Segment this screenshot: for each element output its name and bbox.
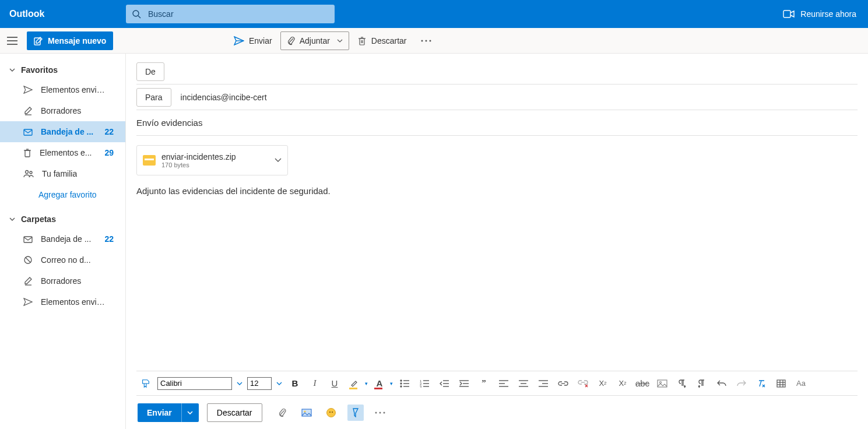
chevron-down-icon[interactable] xyxy=(236,382,244,385)
picture-icon[interactable] xyxy=(298,405,315,421)
to-button[interactable]: Para xyxy=(136,88,171,107)
sidebar-item[interactable]: Elementos envia... xyxy=(0,291,125,312)
message-body[interactable]: Adjunto las evidencias del incidente de … xyxy=(136,180,858,202)
svg-rect-2 xyxy=(783,10,790,17)
subscript-button[interactable]: X2 xyxy=(614,375,631,392)
svg-point-29 xyxy=(400,383,402,384)
subject-row[interactable]: Envío evidencias xyxy=(136,110,858,136)
sidebar-item-label: Elementos envia... xyxy=(41,297,105,307)
svg-point-21 xyxy=(26,171,29,174)
attachment-name: enviar-incidentes.zip xyxy=(161,152,269,161)
font-color-button[interactable]: A xyxy=(371,375,388,392)
sidebar-item-label: Borradores xyxy=(41,276,81,286)
drafts-icon xyxy=(23,106,33,115)
svg-point-22 xyxy=(30,171,32,174)
superscript-button[interactable]: X2 xyxy=(595,375,611,392)
italic-button[interactable]: I xyxy=(307,375,323,392)
favorites-header[interactable]: Favoritos xyxy=(0,64,125,79)
remove-link-button[interactable] xyxy=(575,375,591,392)
attach-button[interactable]: Adjuntar xyxy=(280,31,349,50)
bullet-list-button[interactable] xyxy=(396,375,413,392)
sidebar-item[interactable]: Borradores xyxy=(0,100,125,121)
chevron-down-icon[interactable] xyxy=(275,158,282,163)
video-icon xyxy=(783,10,795,18)
sidebar-item[interactable]: Tu familia xyxy=(0,163,125,184)
send-button[interactable]: Enviar xyxy=(138,403,181,422)
folders-label: Carpetas xyxy=(21,214,56,224)
hamburger-icon[interactable] xyxy=(7,37,17,45)
meet-now-button[interactable]: Reunirse ahora xyxy=(783,9,863,19)
attachment-chip[interactable]: enviar-incidentes.zip 170 bytes xyxy=(136,145,288,175)
send-button-top[interactable]: Enviar xyxy=(228,31,278,50)
underline-button[interactable]: U xyxy=(326,375,343,392)
sidebar-item[interactable]: Borradores xyxy=(0,270,125,291)
sidebar-item-count: 22 xyxy=(104,127,117,136)
font-name-select[interactable] xyxy=(157,377,232,390)
formatting-toggle-icon[interactable] xyxy=(347,405,364,421)
sidebar-item-count: 22 xyxy=(104,234,117,244)
svg-point-59 xyxy=(660,381,662,383)
undo-button[interactable] xyxy=(714,375,730,392)
sidebar-item-label: Borradores xyxy=(41,106,81,115)
send-label-top: Enviar xyxy=(249,36,272,45)
favorites-label: Favoritos xyxy=(21,65,58,75)
search-field[interactable] xyxy=(126,5,335,23)
redo-button[interactable] xyxy=(733,375,750,392)
align-left-button[interactable] xyxy=(496,375,512,392)
sidebar-item[interactable]: Elementos envia... xyxy=(0,79,125,100)
paperclip-icon[interactable] xyxy=(274,405,290,421)
quote-button[interactable]: ” xyxy=(476,375,492,392)
send-dropdown-button[interactable] xyxy=(181,403,199,422)
format-painter-icon[interactable] xyxy=(138,375,154,392)
compose-icon xyxy=(34,36,43,45)
svg-line-25 xyxy=(26,258,30,262)
align-center-button[interactable] xyxy=(515,375,532,392)
svg-point-66 xyxy=(304,410,305,412)
chevron-down-icon xyxy=(337,39,343,43)
outdent-button[interactable] xyxy=(436,375,452,392)
ltr-button[interactable] xyxy=(674,375,690,392)
svg-point-13 xyxy=(421,40,423,41)
insert-link-button[interactable] xyxy=(555,375,571,392)
sidebar-item[interactable]: Elementos e...29 xyxy=(0,142,125,163)
discard-button-top[interactable]: Descartar xyxy=(352,31,413,50)
sidebar-item[interactable]: Bandeja de ...22 xyxy=(0,228,125,249)
rtl-button[interactable] xyxy=(694,375,710,392)
chevron-down-icon[interactable]: ▾ xyxy=(365,381,368,386)
numbered-list-button[interactable]: 123 xyxy=(416,375,433,392)
strikethrough-button[interactable]: abc xyxy=(634,375,651,392)
insert-table-button[interactable] xyxy=(773,375,789,392)
new-message-button[interactable]: Mensaje nuevo xyxy=(27,31,113,50)
clear-format-button[interactable] xyxy=(753,375,769,392)
from-button[interactable]: De xyxy=(136,62,164,81)
text-case-button[interactable]: Aa xyxy=(793,375,809,392)
more-actions-button[interactable] xyxy=(415,40,437,42)
sidebar-item-label: Bandeja de ... xyxy=(41,234,91,244)
align-right-button[interactable] xyxy=(535,375,551,392)
font-size-select[interactable] xyxy=(247,377,272,390)
search-input[interactable] xyxy=(148,9,329,19)
svg-point-27 xyxy=(400,380,402,381)
group-icon xyxy=(23,170,34,178)
chevron-down-icon[interactable] xyxy=(275,382,283,385)
from-row: De xyxy=(136,59,858,85)
sidebar-item[interactable]: Correo no d... xyxy=(0,249,125,270)
sidebar-item-label: Elementos e... xyxy=(40,148,92,157)
subject-text: Envío evidencias xyxy=(136,118,202,128)
sidebar-item[interactable]: Bandeja de ...22 xyxy=(0,121,125,142)
add-favorite-link[interactable]: Agregar favorito xyxy=(0,184,125,205)
insert-image-button[interactable] xyxy=(654,375,670,392)
svg-rect-58 xyxy=(658,380,667,387)
emoji-icon[interactable] xyxy=(323,405,339,421)
more-icon[interactable] xyxy=(372,405,388,421)
chevron-down-icon[interactable]: ▾ xyxy=(390,381,393,386)
folders-header[interactable]: Carpetas xyxy=(0,213,125,228)
sent-icon xyxy=(23,298,33,306)
highlight-button[interactable] xyxy=(346,375,363,392)
discard-button[interactable]: Descartar xyxy=(207,403,262,422)
to-value[interactable]: incidencias@incibe-cert xyxy=(181,93,267,102)
svg-point-0 xyxy=(133,10,139,16)
folder-sidebar: Favoritos Elementos envia...BorradoresBa… xyxy=(0,54,126,429)
bold-button[interactable]: B xyxy=(287,375,303,392)
indent-button[interactable] xyxy=(456,375,472,392)
